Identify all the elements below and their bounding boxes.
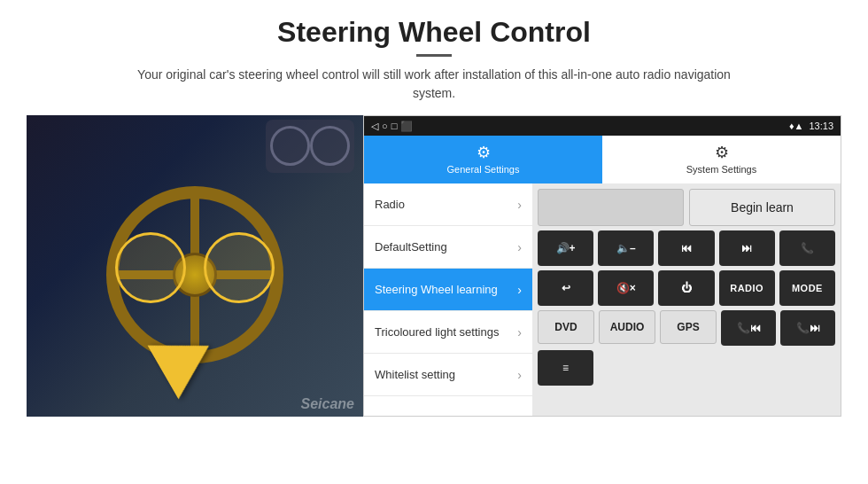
begin-learn-button[interactable]: Begin learn xyxy=(689,189,835,226)
tab-system[interactable]: ⚙ System Settings xyxy=(602,136,841,183)
audio-label: AUDIO xyxy=(610,321,645,333)
menu-tricoloured-label: Tricoloured light settings xyxy=(375,325,499,339)
menu-item-whitelist[interactable]: Whitelist setting › xyxy=(364,354,532,396)
chevron-icon: › xyxy=(517,368,522,382)
phone-button[interactable]: 📞 xyxy=(779,230,835,266)
next-track-button[interactable]: ⏭ xyxy=(719,230,775,266)
empty-box xyxy=(538,189,684,226)
chevron-icon: › xyxy=(517,283,522,297)
hang-up-button[interactable]: ↩ xyxy=(538,270,593,306)
page-container: Steering Wheel Control Your original car… xyxy=(0,0,868,484)
tel-next-button[interactable]: 📞⏭ xyxy=(780,310,835,346)
next-icon: ⏭ xyxy=(741,242,752,254)
prev-track-button[interactable]: ⏮ xyxy=(658,230,714,266)
prev-icon: ⏮ xyxy=(681,242,692,254)
dvd-button[interactable]: DVD xyxy=(538,310,594,344)
car-photo: Seicane xyxy=(27,115,363,417)
tab-system-label: System Settings xyxy=(686,164,756,175)
vol-down-icon: 🔈– xyxy=(616,242,636,254)
page-subtitle: Your original car's steering wheel contr… xyxy=(124,66,744,103)
menu-item-tricoloured[interactable]: Tricoloured light settings › xyxy=(364,311,532,354)
dashboard-bg xyxy=(266,120,354,173)
gauge-right xyxy=(310,126,350,166)
highlight-left xyxy=(115,232,186,303)
clock: 13:13 xyxy=(809,121,833,131)
menu-steering-label: Steering Wheel learning xyxy=(375,283,498,296)
system-icon: ⚙ xyxy=(715,143,729,162)
controls-area: Begin learn 🔊+ 🔈– xyxy=(532,183,841,416)
wifi-icon: ♦▲ xyxy=(789,121,804,131)
nav-recent-icon[interactable]: □ xyxy=(391,121,398,131)
status-bar: ◁ ○ □ ⬛ ♦▲ 13:13 xyxy=(364,116,841,136)
radio-label: RADIO xyxy=(730,283,763,293)
status-icons: ◁ ○ □ ⬛ xyxy=(371,121,413,132)
vol-up-button[interactable]: 🔊+ xyxy=(538,230,593,266)
phone-icon: 📞 xyxy=(801,242,814,254)
highlight-right xyxy=(204,232,275,303)
nav-menu-icon[interactable]: ⬛ xyxy=(400,121,413,132)
btn-row-1: 🔊+ 🔈– ⏮ ⏭ 📞 xyxy=(538,230,835,266)
menu-list: Radio › DefaultSetting › Steering Wheel … xyxy=(364,183,532,416)
gps-label: GPS xyxy=(677,321,699,333)
panel-body: Radio › DefaultSetting › Steering Wheel … xyxy=(364,183,841,416)
nav-back-icon[interactable]: ◁ xyxy=(371,121,378,132)
menu-button[interactable]: ≡ xyxy=(538,350,593,386)
tab-general[interactable]: ⚙ General Settings xyxy=(364,136,602,183)
vol-down-button[interactable]: 🔈– xyxy=(598,230,654,266)
title-divider xyxy=(416,54,452,57)
chevron-icon: › xyxy=(517,198,522,212)
vol-up-icon: 🔊+ xyxy=(556,242,576,254)
menu-default-label: DefaultSetting xyxy=(375,240,447,254)
nav-home-icon[interactable]: ○ xyxy=(382,121,388,131)
chevron-icon: › xyxy=(517,325,522,340)
btn-row-4: ≡ xyxy=(538,350,835,386)
chevron-icon: › xyxy=(517,240,522,254)
button-grid: 🔊+ 🔈– ⏮ ⏭ 📞 xyxy=(538,230,835,386)
tel-prev-icon: 📞⏮ xyxy=(737,322,761,334)
hang-up-icon: ↩ xyxy=(562,282,570,294)
power-icon: ⏻ xyxy=(681,282,692,294)
ui-panel: ◁ ○ □ ⬛ ♦▲ 13:13 ⚙ General Settings ⚙ xyxy=(363,115,841,417)
page-title: Steering Wheel Control xyxy=(277,16,591,49)
audio-button[interactable]: AUDIO xyxy=(599,310,655,344)
btn-row-2: ↩ 🔇× ⏻ RADIO MO xyxy=(538,270,835,306)
menu-icon: ≡ xyxy=(562,362,569,374)
tab-bar: ⚙ General Settings ⚙ System Settings xyxy=(364,136,841,183)
mute-icon: 🔇× xyxy=(616,282,636,294)
radio-button[interactable]: RADIO xyxy=(719,270,775,306)
status-right: ♦▲ 13:13 xyxy=(789,121,833,131)
gps-button[interactable]: GPS xyxy=(660,310,717,344)
gauge-left xyxy=(270,126,310,166)
menu-item-default[interactable]: DefaultSetting › xyxy=(364,226,532,269)
power-button[interactable]: ⏻ xyxy=(658,270,714,306)
btn-row-3: DVD AUDIO GPS 📞⏮ xyxy=(538,310,835,346)
dvd-label: DVD xyxy=(554,321,577,333)
menu-item-radio[interactable]: Radio › xyxy=(364,183,532,226)
arrow-container xyxy=(159,328,213,390)
mode-button[interactable]: MODE xyxy=(779,270,835,306)
tab-general-label: General Settings xyxy=(447,164,520,175)
top-row: Begin learn xyxy=(538,189,835,226)
mode-label: MODE xyxy=(792,283,823,293)
gear-icon: ⚙ xyxy=(477,143,491,162)
menu-radio-label: Radio xyxy=(375,198,405,211)
main-content: Seicane ◁ ○ □ ⬛ ♦▲ 13:13 ⚙ xyxy=(27,115,841,417)
menu-whitelist-label: Whitelist setting xyxy=(375,368,455,381)
menu-item-steering[interactable]: Steering Wheel learning › xyxy=(364,269,532,311)
tel-prev-button[interactable]: 📞⏮ xyxy=(721,310,776,346)
watermark: Seicane xyxy=(301,396,354,412)
mute-button[interactable]: 🔇× xyxy=(598,270,654,306)
tel-next-icon: 📞⏭ xyxy=(796,322,820,334)
